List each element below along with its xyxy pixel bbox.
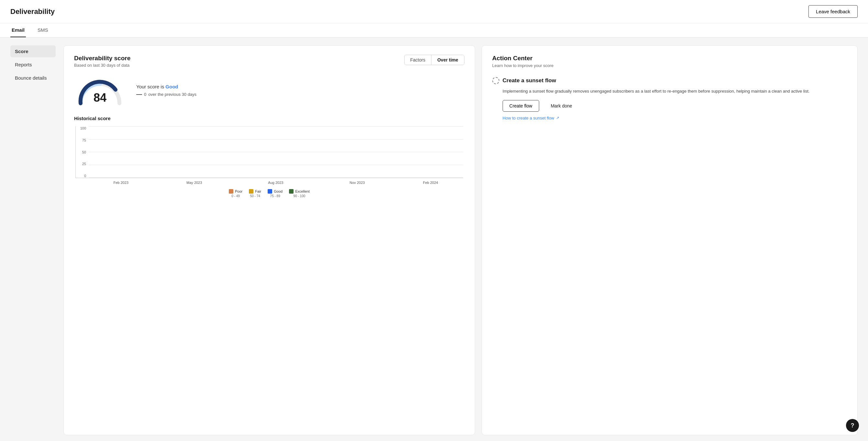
mark-done-button[interactable]: Mark done bbox=[545, 100, 579, 112]
legend-fair: Fair 50 - 74 bbox=[249, 189, 261, 198]
chart-legend: Poor 0 - 49 Fair 50 - 74 bbox=[75, 189, 463, 198]
score-change-suffix: over the previous 30 days bbox=[148, 92, 196, 97]
score-change-value: 0 bbox=[144, 92, 146, 97]
score-card-title-group: Deliverability score Based on last 30 da… bbox=[74, 55, 130, 68]
score-change-row: 0 over the previous 30 days bbox=[136, 92, 196, 97]
legend-excellent: Excellent 90 - 100 bbox=[289, 189, 310, 198]
x-label-5: Feb 2024 bbox=[398, 181, 463, 184]
main-layout: Score Reports Bounce details Deliverabil… bbox=[0, 37, 868, 441]
help-button[interactable]: ? bbox=[846, 419, 859, 432]
score-info: Your score is Good 0 over the previous 3… bbox=[136, 84, 196, 97]
sidebar: Score Reports Bounce details bbox=[10, 45, 56, 435]
content-area: Deliverability score Based on last 30 da… bbox=[63, 45, 858, 435]
y-axis-labels: 100 75 50 25 0 bbox=[76, 126, 88, 178]
legend-poor-range: 0 - 49 bbox=[231, 194, 240, 198]
legend-poor: Poor 0 - 49 bbox=[229, 189, 242, 198]
toggle-over-time-button[interactable]: Over time bbox=[431, 55, 464, 65]
score-label-text: Your score is Good bbox=[136, 84, 196, 89]
historical-score-title: Historical score bbox=[74, 116, 464, 121]
legend-excellent-color bbox=[289, 189, 293, 194]
sidebar-item-bounce-details[interactable]: Bounce details bbox=[10, 72, 56, 84]
page-title: Deliverability bbox=[10, 7, 55, 16]
action-item-description: Implementing a sunset flow gradually rem… bbox=[503, 88, 847, 95]
action-item-sunset-flow: Create a sunset flow Implementing a suns… bbox=[492, 77, 847, 120]
action-card: Action Center Learn how to improve your … bbox=[482, 45, 858, 435]
action-link-text: How to create a sunset flow bbox=[503, 116, 554, 120]
action-item-title: Create a sunset flow bbox=[503, 78, 556, 84]
legend-fair-label: Fair bbox=[255, 189, 261, 193]
top-bar: Deliverability Leave feedback bbox=[0, 0, 868, 23]
x-label-3: Aug 2023 bbox=[235, 181, 316, 184]
x-label-4: Nov 2023 bbox=[316, 181, 398, 184]
x-label-1: Feb 2023 bbox=[88, 181, 153, 184]
tab-sms[interactable]: SMS bbox=[36, 23, 50, 37]
x-label-2: May 2023 bbox=[153, 181, 235, 184]
score-card-title: Deliverability score bbox=[74, 55, 130, 62]
how-to-create-sunset-flow-link[interactable]: How to create a sunset flow ↗ bbox=[503, 116, 847, 120]
action-buttons: Create flow Mark done bbox=[503, 100, 847, 112]
action-card-subtitle: Learn how to improve your score bbox=[492, 63, 847, 68]
legend-good: Good 75 - 89 bbox=[268, 189, 282, 198]
dashed-circle-icon bbox=[492, 77, 499, 84]
action-card-title: Action Center bbox=[492, 55, 847, 62]
legend-fair-color bbox=[249, 189, 253, 194]
sidebar-item-score[interactable]: Score bbox=[10, 45, 56, 57]
score-toggle-group: Factors Over time bbox=[404, 55, 464, 65]
score-dash-icon bbox=[136, 94, 142, 95]
gauge-container: 84 bbox=[74, 74, 126, 107]
score-status: Good bbox=[165, 84, 178, 89]
legend-excellent-label: Excellent bbox=[295, 189, 310, 193]
score-card-header: Deliverability score Based on last 30 da… bbox=[74, 55, 464, 68]
leave-feedback-button[interactable]: Leave feedback bbox=[808, 5, 858, 18]
sidebar-item-reports[interactable]: Reports bbox=[10, 59, 56, 70]
legend-good-label: Good bbox=[274, 189, 282, 193]
external-link-icon: ↗ bbox=[556, 116, 559, 120]
cards-row: Deliverability score Based on last 30 da… bbox=[63, 45, 858, 435]
tab-email[interactable]: Email bbox=[10, 23, 26, 37]
score-card-subtitle: Based on last 30 days of data bbox=[74, 63, 130, 68]
toggle-factors-button[interactable]: Factors bbox=[405, 55, 432, 65]
grid-lines bbox=[89, 126, 463, 178]
score-display: 84 Your score is Good 0 over the previou… bbox=[74, 74, 464, 107]
score-card: Deliverability score Based on last 30 da… bbox=[63, 45, 475, 435]
legend-poor-label: Poor bbox=[235, 189, 242, 193]
bar-chart: 100 75 50 25 0 bbox=[75, 126, 463, 178]
x-axis-labels: Feb 2023 May 2023 Aug 2023 Nov 2023 Feb … bbox=[75, 181, 463, 184]
create-flow-button[interactable]: Create flow bbox=[503, 100, 539, 112]
legend-good-color bbox=[268, 189, 272, 194]
chart-area: 100 75 50 25 0 bbox=[74, 126, 464, 198]
tabs-bar: Email SMS bbox=[0, 23, 868, 37]
legend-poor-color bbox=[229, 189, 234, 194]
gauge-score-number: 84 bbox=[94, 91, 106, 105]
legend-excellent-range: 90 - 100 bbox=[293, 194, 306, 198]
legend-good-range: 75 - 89 bbox=[270, 194, 280, 198]
legend-fair-range: 50 - 74 bbox=[250, 194, 260, 198]
action-item-header: Create a sunset flow bbox=[492, 77, 847, 84]
